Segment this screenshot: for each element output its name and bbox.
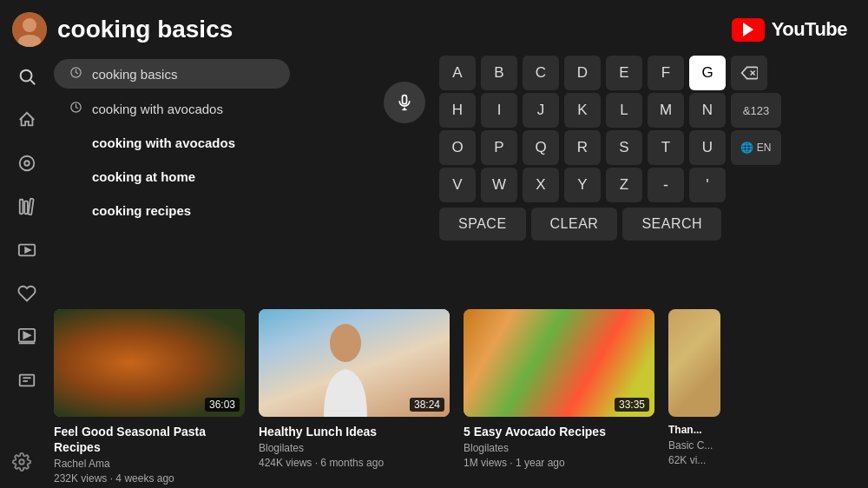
- key-V[interactable]: V: [439, 168, 476, 202]
- svg-line-4: [30, 80, 35, 84]
- video-stats: 1M views · 1 year ago: [464, 457, 654, 469]
- key-H[interactable]: H: [439, 93, 476, 128]
- sidebar-icon-explore[interactable]: [13, 149, 41, 177]
- key-L[interactable]: L: [606, 93, 642, 128]
- thumbnail-image: [668, 309, 720, 417]
- suggestion-item[interactable]: cooking with avocados: [54, 94, 290, 123]
- video-channel: Blogilates: [259, 442, 450, 454]
- key-N[interactable]: N: [689, 93, 726, 128]
- videos-row: 36:03 Feel Good Seasonal Pasta Recipes R…: [54, 309, 868, 485]
- suggestion-item[interactable]: cooking with avocados: [54, 129, 290, 157]
- sidebar-icon-search[interactable]: [13, 63, 41, 90]
- space-button[interactable]: SPACE: [439, 208, 526, 241]
- key-apostrophe[interactable]: ': [689, 168, 726, 202]
- svg-rect-20: [403, 96, 407, 104]
- suggestion-item[interactable]: cooking recipes: [54, 196, 290, 225]
- svg-marker-11: [25, 247, 30, 253]
- key-S[interactable]: S: [606, 130, 642, 165]
- sidebar-icon-liked[interactable]: [13, 280, 41, 307]
- backspace-key[interactable]: [731, 56, 767, 90]
- video-thumbnail: 33:35: [464, 309, 654, 417]
- svg-rect-7: [20, 200, 23, 214]
- sidebar-icon-subscriptions[interactable]: [13, 236, 41, 264]
- video-thumbnail: 36:03: [54, 309, 245, 417]
- sidebar-icon-home[interactable]: [13, 106, 41, 134]
- search-suggestions: cooking basics cooking with avocados coo…: [54, 56, 297, 306]
- page-title: cooking basics: [57, 16, 233, 43]
- key-Z[interactable]: Z: [606, 168, 642, 202]
- avatar[interactable]: [12, 12, 47, 47]
- sidebar-icon-history[interactable]: [13, 366, 41, 394]
- video-duration: 36:03: [205, 398, 240, 412]
- svg-point-5: [20, 156, 35, 171]
- key-numbers[interactable]: &123: [731, 93, 781, 128]
- key-U[interactable]: U: [689, 130, 726, 165]
- video-title: Feel Good Seasonal Pasta Recipes: [54, 424, 245, 455]
- key-J[interactable]: J: [523, 93, 559, 128]
- video-title: Than...: [668, 424, 720, 438]
- title-normal: cooking: [57, 16, 157, 43]
- videos-section: 36:03 Feel Good Seasonal Pasta Recipes R…: [54, 306, 868, 485]
- svg-point-3: [21, 70, 32, 82]
- history-icon: [68, 66, 83, 82]
- key-T[interactable]: T: [648, 130, 684, 165]
- svg-point-25: [330, 324, 361, 362]
- sidebar-icon-library[interactable]: [13, 193, 41, 221]
- clear-button[interactable]: CLEAR: [531, 208, 618, 241]
- svg-point-1: [23, 18, 36, 32]
- sidebar: [0, 56, 54, 485]
- key-F[interactable]: F: [648, 56, 684, 90]
- key-B[interactable]: B: [481, 56, 517, 90]
- video-card[interactable]: 38:24 Healthy Lunch Ideas Blogilates 424…: [259, 309, 450, 485]
- settings-icon[interactable]: [12, 452, 31, 476]
- key-Y[interactable]: Y: [564, 168, 601, 202]
- video-stats: 424K views · 6 months ago: [259, 457, 450, 469]
- key-E[interactable]: E: [606, 56, 642, 90]
- header-left: cooking basics: [12, 12, 233, 47]
- suggestion-item[interactable]: cooking at home: [54, 162, 290, 191]
- video-title: 5 Easy Avocado Recipes: [464, 424, 654, 439]
- key-M[interactable]: M: [648, 93, 684, 128]
- key-K[interactable]: K: [564, 93, 601, 128]
- history-icon: [68, 101, 83, 116]
- key-A[interactable]: A: [439, 56, 476, 90]
- key-X[interactable]: X: [523, 168, 559, 202]
- key-C[interactable]: C: [523, 56, 559, 90]
- video-card[interactable]: Than... Basic C... 62K vi...: [668, 309, 720, 485]
- title-bold: basics: [157, 16, 233, 43]
- youtube-icon: [732, 18, 765, 42]
- svg-marker-14: [23, 333, 30, 339]
- key-R[interactable]: R: [564, 130, 601, 165]
- key-I[interactable]: I: [481, 93, 517, 128]
- video-channel: Basic C...: [668, 439, 720, 452]
- key-language[interactable]: 🌐 EN: [731, 130, 781, 165]
- suggestion-item[interactable]: cooking basics: [54, 59, 290, 89]
- key-O[interactable]: O: [439, 130, 476, 165]
- video-duration: 33:35: [615, 398, 649, 412]
- video-stats: 62K vi...: [668, 454, 720, 466]
- video-channel: Rachel Ama: [54, 458, 245, 470]
- svg-point-26: [19, 459, 24, 465]
- key-G[interactable]: G: [689, 56, 726, 90]
- action-row: SPACE CLEAR SEARCH: [439, 208, 781, 241]
- svg-rect-9: [28, 199, 33, 215]
- sidebar-icon-downloads[interactable]: [13, 323, 41, 351]
- video-card[interactable]: 33:35 5 Easy Avocado Recipes Blogilates …: [464, 309, 654, 485]
- key-D[interactable]: D: [564, 56, 601, 90]
- youtube-text: YouTube: [772, 18, 847, 41]
- svg-rect-8: [24, 201, 28, 214]
- key-W[interactable]: W: [481, 168, 517, 202]
- header: cooking basics YouTube: [0, 0, 868, 56]
- key-P[interactable]: P: [481, 130, 517, 165]
- video-thumbnail: 38:24: [259, 309, 450, 417]
- key-Q[interactable]: Q: [523, 130, 559, 165]
- video-stats: 232K views · 4 weeks ago: [54, 472, 245, 485]
- video-duration: 38:24: [410, 398, 444, 412]
- key-dash[interactable]: -: [648, 168, 684, 202]
- video-title: Healthy Lunch Ideas: [259, 424, 450, 439]
- video-card[interactable]: 36:03 Feel Good Seasonal Pasta Recipes R…: [54, 309, 245, 485]
- mic-button[interactable]: [384, 82, 425, 123]
- svg-point-6: [24, 161, 30, 166]
- search-button[interactable]: SEARCH: [622, 208, 721, 241]
- youtube-logo: YouTube: [732, 18, 847, 42]
